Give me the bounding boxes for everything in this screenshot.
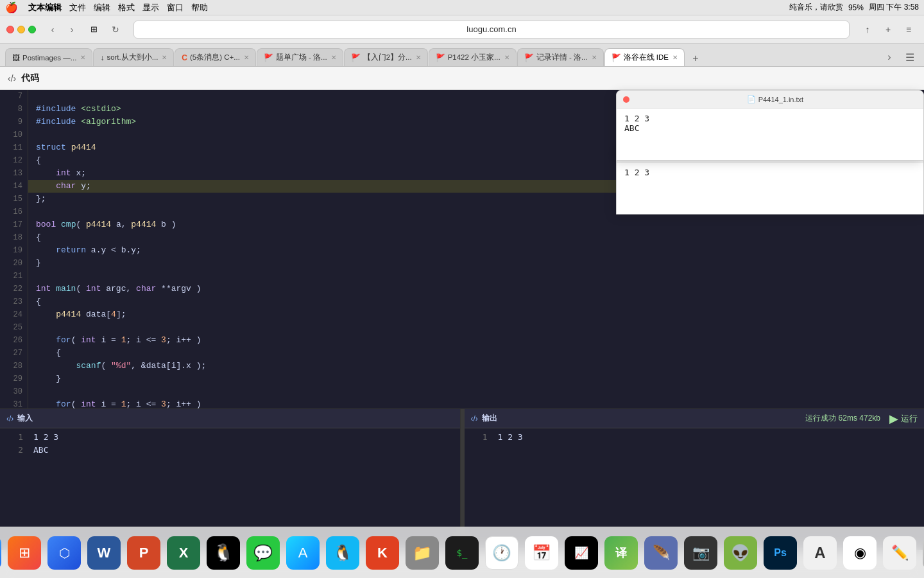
ln-8: 8 bbox=[0, 103, 28, 116]
menu-edit[interactable]: 编辑 bbox=[94, 2, 110, 13]
dock-excel[interactable]: X bbox=[166, 535, 201, 571]
menu-help[interactable]: 帮助 bbox=[191, 2, 208, 13]
menu-format[interactable]: 格式 bbox=[118, 2, 135, 13]
tabs-bar: 🖼 Postimages —... ✕ ↓ sort.从大到小... ✕ C (… bbox=[0, 44, 924, 67]
dock-appstore[interactable]: A bbox=[285, 535, 321, 571]
reader-button[interactable]: ≡ bbox=[900, 21, 918, 39]
code-line-26: for( int i = 1; i <= 3; i++ ) bbox=[28, 334, 924, 347]
share-button[interactable]: ↑ bbox=[859, 21, 877, 39]
tab-close-ide[interactable]: ✕ bbox=[672, 54, 678, 61]
dock-word[interactable]: W bbox=[86, 535, 122, 571]
dock-fontbook-icon: A bbox=[803, 536, 837, 570]
tab-close-postimages[interactable]: ✕ bbox=[80, 54, 85, 61]
close-button[interactable] bbox=[6, 26, 14, 33]
dock-chrome[interactable]: ◉ bbox=[842, 535, 878, 571]
maximize-button[interactable] bbox=[28, 26, 36, 33]
overlay-in-line-2: ABC bbox=[624, 123, 916, 133]
input-panel-icon: ‹/› bbox=[6, 414, 13, 423]
ln-10: 10 bbox=[0, 128, 28, 141]
dock-feather[interactable]: 🪶 bbox=[643, 535, 679, 571]
dock-finder2[interactable]: 📁 bbox=[404, 535, 440, 571]
window-traffic-lights bbox=[6, 26, 36, 33]
dock-penguin-icon: 🐧 bbox=[207, 536, 240, 570]
dock-clock[interactable]: 🕐 bbox=[484, 535, 520, 571]
code-line-30 bbox=[28, 385, 924, 398]
dock-word-icon: W bbox=[87, 536, 121, 570]
dock-qq[interactable]: 🐧 bbox=[325, 535, 361, 571]
ln-7: 7 bbox=[0, 90, 28, 103]
menu-file[interactable]: 文件 bbox=[69, 2, 86, 13]
dock-photoshop[interactable]: Ps bbox=[762, 535, 798, 571]
dock-mission-control[interactable]: ⬡ bbox=[46, 535, 82, 571]
overlay-in-header: 📄 P4414_1.in.txt bbox=[617, 91, 923, 109]
dock-finder[interactable]: 🗂 bbox=[0, 535, 3, 571]
tab-close-cpp[interactable]: ✕ bbox=[244, 54, 249, 61]
dock-powerpoint[interactable]: P bbox=[126, 535, 162, 571]
tab-label-postimages: Postimages —... bbox=[22, 54, 76, 62]
code-line-25 bbox=[28, 321, 924, 334]
tab-cpp[interactable]: C (5条消息) C+... ✕ bbox=[175, 48, 256, 66]
dock-kapp[interactable]: K bbox=[364, 535, 400, 571]
refresh-button[interactable]: ↻ bbox=[107, 21, 124, 39]
tab-close-problem-list[interactable]: ✕ bbox=[331, 54, 336, 61]
output-line-num-1: 1 bbox=[472, 431, 488, 444]
menu-text-edit[interactable]: 文本编辑 bbox=[28, 2, 62, 13]
tab-label-intro: 【入门2】分... bbox=[363, 53, 412, 62]
tab-p1422[interactable]: 🚩 P1422 小玉家... ✕ bbox=[429, 48, 517, 66]
url-bar[interactable]: luogu.com.cn bbox=[133, 21, 850, 39]
dock-translate[interactable]: 译 bbox=[603, 535, 639, 571]
dock-camera[interactable]: 📷 bbox=[683, 535, 719, 571]
dock-messages[interactable]: 💬 bbox=[245, 535, 281, 571]
run-button[interactable]: ▶ 运行 bbox=[889, 412, 918, 426]
dock-powerpoint-icon: P bbox=[127, 536, 160, 570]
tab-ide[interactable]: 🚩 洛谷在线 IDE ✕ bbox=[604, 48, 685, 66]
menu-view[interactable]: 显示 bbox=[142, 2, 159, 13]
dock-alien[interactable]: 👽 bbox=[723, 535, 758, 571]
add-tab-button[interactable]: + bbox=[879, 21, 897, 39]
tab-postimages[interactable]: 🖼 Postimages —... ✕ bbox=[5, 48, 92, 66]
dock-clock-icon: 🕐 bbox=[485, 536, 518, 570]
ln-9: 9 bbox=[0, 116, 28, 128]
dock-penguin[interactable]: 🐧 bbox=[205, 535, 241, 571]
tabs-menu-button[interactable]: ☰ bbox=[901, 48, 919, 66]
input-line-1: 1 1 2 3 bbox=[0, 431, 460, 444]
dock-pen[interactable]: ✏️ bbox=[882, 535, 918, 571]
tab-intro[interactable]: 🚩 【入门2】分... ✕ bbox=[344, 48, 428, 66]
tab-label-sort: sort.从大到小... bbox=[107, 53, 158, 62]
apple-menu-icon[interactable]: 🍎 bbox=[5, 1, 18, 13]
minimize-button[interactable] bbox=[17, 26, 25, 33]
tab-icon-problem-list: 🚩 bbox=[264, 53, 273, 62]
tab-icon-ide: 🚩 bbox=[612, 53, 621, 62]
overlay-in-close[interactable] bbox=[623, 96, 629, 103]
dock-stocks[interactable]: 📈 bbox=[563, 535, 599, 571]
ln-29: 29 bbox=[0, 372, 28, 385]
dock-stocks-icon: 📈 bbox=[565, 536, 598, 570]
tab-record[interactable]: 🚩 记录详情 - 洛... ✕ bbox=[517, 48, 604, 66]
tab-sort[interactable]: ↓ sort.从大到小... ✕ bbox=[93, 48, 174, 66]
menu-window[interactable]: 窗口 bbox=[167, 2, 184, 13]
datetime-display: 周四 下午 3:58 bbox=[869, 2, 919, 13]
tab-label-problem-list: 题单广场 - 洛... bbox=[276, 53, 327, 62]
browser-actions: ↑ + ≡ bbox=[859, 21, 918, 39]
tab-close-p1422[interactable]: ✕ bbox=[504, 54, 509, 61]
tab-close-intro[interactable]: ✕ bbox=[416, 54, 421, 61]
browser-toolbar: ‹ › ⊞ ↻ luogu.com.cn ↑ + ≡ bbox=[0, 15, 924, 44]
dock-terminal[interactable]: $_ bbox=[444, 535, 480, 571]
back-button[interactable]: ‹ bbox=[44, 21, 62, 39]
tab-close-sort[interactable]: ✕ bbox=[162, 54, 167, 61]
tabs-scroll-right[interactable]: › bbox=[880, 48, 898, 66]
forward-button[interactable]: › bbox=[63, 21, 81, 39]
dock-launchpad[interactable]: ⊞ bbox=[6, 535, 42, 571]
dock-fontbook[interactable]: A bbox=[802, 535, 838, 571]
output-panel-icon: ‹/› bbox=[471, 414, 478, 423]
tab-problem-list[interactable]: 🚩 题单广场 - 洛... ✕ bbox=[257, 48, 343, 66]
tab-icon-intro: 🚩 bbox=[351, 53, 361, 62]
tab-close-record[interactable]: ✕ bbox=[592, 54, 597, 61]
tab-icon-cpp: C bbox=[182, 53, 187, 62]
dock-trash[interactable]: 🗑 bbox=[921, 535, 924, 571]
dock-calendar[interactable]: 📅 bbox=[524, 535, 560, 571]
sidebar-toggle-button[interactable]: ⊞ bbox=[85, 21, 103, 39]
dock-terminal-icon: $_ bbox=[445, 536, 479, 570]
new-tab-button[interactable]: + bbox=[688, 51, 703, 66]
dock-launchpad-icon: ⊞ bbox=[8, 536, 41, 570]
